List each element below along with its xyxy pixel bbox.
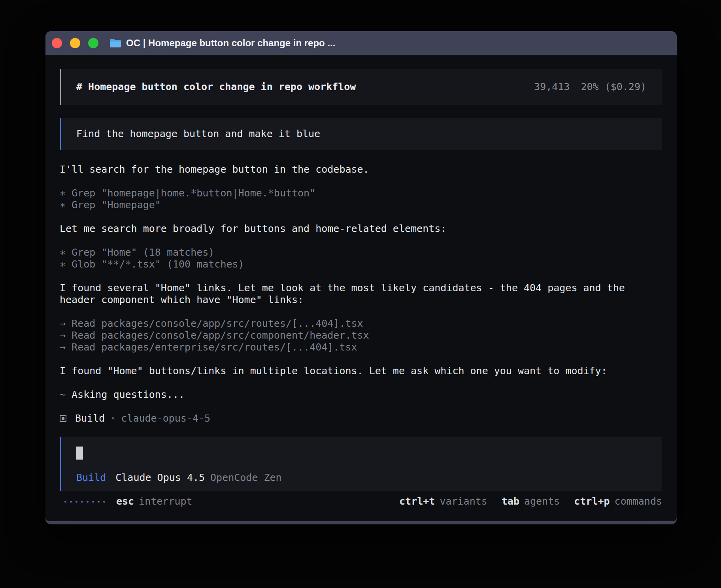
- spinner-icon: [64, 501, 105, 503]
- session-title: # Homepage button color change in repo w…: [76, 81, 356, 93]
- status-text: Asking questions...: [72, 389, 185, 400]
- minimize-button[interactable]: [70, 38, 80, 48]
- shortcut-label: variants: [440, 496, 487, 507]
- assistant-text: Let me search more broadly for buttons a…: [60, 223, 637, 235]
- tool-call-grep: ∗ Grep "Homepage": [60, 199, 637, 211]
- folder-icon: [109, 38, 121, 48]
- terminal-window: OC | Homepage button color change in rep…: [45, 31, 677, 524]
- transcript[interactable]: I'll search for the homepage button in t…: [60, 164, 662, 424]
- agent-build-icon: [60, 415, 66, 422]
- assistant-message: I found several "Home" links. Let me loo…: [60, 282, 662, 306]
- input-footer: Build Claude Opus 4.5 OpenCode Zen: [76, 472, 647, 484]
- close-button[interactable]: [52, 38, 62, 48]
- user-message: Find the homepage button and make it blu…: [60, 118, 662, 150]
- provider-label: OpenCode Zen: [210, 472, 282, 484]
- text-cursor: [76, 447, 83, 460]
- assistant-message: I'll search for the homepage button in t…: [60, 164, 662, 175]
- tool-call-glob: ∗ Glob "**/*.tsx" (100 matches): [60, 258, 637, 270]
- session-stats: 39,41320% ($0.29): [534, 81, 646, 93]
- titlebar: OC | Homepage button color change in rep…: [45, 31, 677, 55]
- zoom-button[interactable]: [88, 38, 98, 48]
- tool-call-group: ∗ Grep "Home" (18 matches) ∗ Glob "**/*.…: [60, 247, 662, 270]
- window-title: OC | Homepage button color change in rep…: [126, 38, 335, 49]
- assistant-message: I found "Home" buttons/links in multiple…: [60, 365, 662, 377]
- shortcut-label: commands: [615, 496, 662, 507]
- terminal-content[interactable]: # Homepage button color change in repo w…: [45, 55, 677, 521]
- model-label[interactable]: Claude Opus 4.5: [115, 472, 205, 484]
- assistant-text: I'll search for the homepage button in t…: [60, 164, 637, 175]
- tool-call-read: → Read packages/console/app/src/componen…: [60, 330, 637, 341]
- status-prefix: ~: [60, 389, 66, 400]
- interrupt-hint: interrupt: [139, 496, 192, 507]
- tool-call-group: ∗ Grep "homepage|home.*button|Home.*butt…: [60, 187, 662, 211]
- context-cost: 20% ($0.29): [581, 81, 646, 92]
- assistant-message: Let me search more broadly for buttons a…: [60, 223, 662, 235]
- agent-name: Build: [75, 413, 105, 424]
- shortcut-hints: ctrl+t variants tab agents ctrl+p comman…: [399, 496, 662, 507]
- esc-key: esc: [116, 496, 134, 507]
- status-line: ~Asking questions...: [60, 389, 662, 401]
- user-message-text: Find the homepage button and make it blu…: [76, 128, 320, 140]
- agent-separator: ·: [110, 413, 116, 424]
- shortcut-agents: tab agents: [502, 496, 560, 507]
- tool-call-read: → Read packages/console/app/src/routes/[…: [60, 318, 637, 330]
- shortcut-key: ctrl+p: [574, 496, 610, 507]
- tool-call-grep: ∗ Grep "homepage|home.*button|Home.*butt…: [60, 187, 637, 199]
- shortcut-label: agents: [524, 496, 560, 507]
- agent-line: Build · claude-opus-4-5: [60, 413, 662, 424]
- agent-model: claude-opus-4-5: [121, 413, 210, 424]
- status-bar: esc interrupt ctrl+t variants tab agents…: [60, 496, 662, 507]
- prompt-input[interactable]: Build Claude Opus 4.5 OpenCode Zen: [60, 437, 662, 491]
- tool-call-group: → Read packages/console/app/src/routes/[…: [60, 318, 662, 353]
- token-count: 39,413: [534, 81, 570, 92]
- shortcut-key: ctrl+t: [399, 496, 435, 507]
- assistant-text: I found "Home" buttons/links in multiple…: [60, 365, 637, 377]
- assistant-text: I found several "Home" links. Let me loo…: [60, 282, 637, 306]
- shortcut-commands: ctrl+p commands: [574, 496, 662, 507]
- tool-call-read: → Read packages/enterprise/src/routes/[.…: [60, 341, 637, 353]
- shortcut-variants: ctrl+t variants: [399, 496, 487, 507]
- session-header: # Homepage button color change in repo w…: [60, 69, 662, 105]
- tool-call-grep: ∗ Grep "Home" (18 matches): [60, 247, 637, 258]
- mode-label[interactable]: Build: [76, 472, 106, 484]
- shortcut-key: tab: [502, 496, 519, 507]
